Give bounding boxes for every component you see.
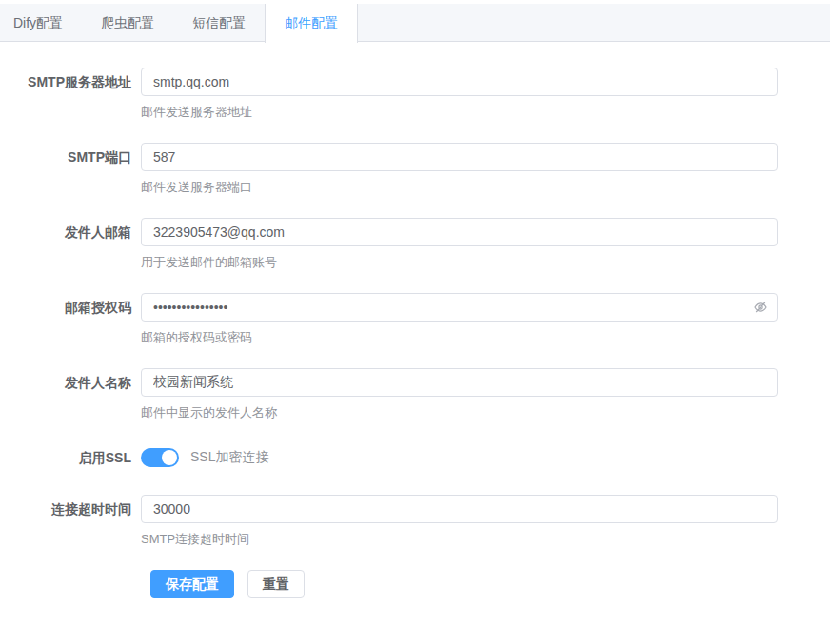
smtp-host-input[interactable] [141,68,778,96]
reset-button[interactable]: 重置 [247,570,305,598]
smtp-host-label: SMTP服务器地址 [0,68,141,120]
sender-name-input[interactable] [141,368,778,397]
smtp-port-input[interactable] [141,143,778,171]
sender-name-help: 邮件中显示的发件人名称 [141,404,778,420]
tab-crawler-config[interactable]: 爬虫配置 [82,4,173,41]
ssl-toggle-switch[interactable] [141,448,179,467]
ssl-toggle-description: SSL加密连接 [190,449,268,466]
timeout-label: 连接超时时间 [0,495,141,547]
sender-email-label: 发件人邮箱 [0,218,141,270]
smtp-host-help: 邮件发送服务器地址 [141,104,778,120]
form-item-enable-ssl: 启用SSL SSL加密连接 [0,443,830,472]
tab-dify-config[interactable]: Dify配置 [0,4,82,41]
form-item-smtp-host: SMTP服务器地址 邮件发送服务器地址 [0,68,830,120]
email-config-form: SMTP服务器地址 邮件发送服务器地址 SMTP端口 邮件发送服务器端口 发件人… [0,42,830,598]
tab-sms-config[interactable]: 短信配置 [173,4,265,41]
ssl-toggle-knob [162,450,177,465]
auth-code-help: 邮箱的授权码或密码 [141,329,778,345]
form-actions: 保存配置 重置 [150,570,830,598]
form-item-sender-name: 发件人名称 邮件中显示的发件人名称 [0,368,830,420]
sender-email-help: 用于发送邮件的邮箱账号 [141,254,778,270]
form-item-sender-email: 发件人邮箱 用于发送邮件的邮箱账号 [0,218,830,270]
eye-off-icon[interactable] [753,300,768,315]
timeout-input[interactable] [141,495,778,523]
sender-email-input[interactable] [141,218,778,246]
sender-name-label: 发件人名称 [0,368,141,420]
auth-code-label: 邮箱授权码 [0,293,141,345]
form-item-auth-code: 邮箱授权码 邮箱的授权码或密码 [0,293,830,345]
timeout-help: SMTP连接超时时间 [141,531,778,547]
auth-code-input[interactable] [141,293,778,322]
enable-ssl-label: 启用SSL [0,443,141,472]
config-tab-bar: Dify配置 爬虫配置 短信配置 邮件配置 [0,4,830,42]
smtp-port-label: SMTP端口 [0,143,141,195]
save-config-button[interactable]: 保存配置 [150,570,234,598]
form-item-smtp-port: SMTP端口 邮件发送服务器端口 [0,143,830,195]
smtp-port-help: 邮件发送服务器端口 [141,179,778,195]
tab-email-config[interactable]: 邮件配置 [265,4,358,43]
form-item-timeout: 连接超时时间 SMTP连接超时时间 [0,495,830,547]
